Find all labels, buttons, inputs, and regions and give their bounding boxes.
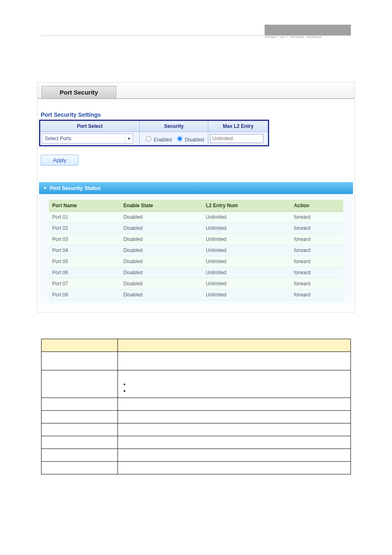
desc-object: Security (42, 370, 118, 398)
status-panel-header[interactable]: ▼ Port Security Status (39, 182, 353, 194)
status-col-action: Action (291, 200, 343, 212)
status-col-enable-state: Enable State (120, 200, 203, 212)
desc-object: Apply button (42, 462, 118, 474)
table-cell: Port 03 (49, 234, 120, 245)
table-row: ActionDisplay current action state of ea… (42, 449, 351, 462)
desc-object: Port Name (42, 411, 118, 423)
table-row: Port 05DisabledUnlimitedforward (49, 256, 343, 267)
table-cell: Unlimited (203, 245, 291, 256)
page-number: 91 (0, 544, 392, 551)
chevron-down-icon: ▾ (125, 134, 133, 143)
desc-description: Display current action state of each por… (118, 449, 351, 462)
table-cell: forward (291, 234, 343, 245)
desc-description: Press this button to take effect. (118, 462, 351, 474)
table-row: Port 02DisabledUnlimitedforward (49, 223, 343, 234)
desc-col-object: Object (42, 339, 118, 352)
port-select-dropdown[interactable]: Select Ports ▾ (42, 134, 133, 143)
radio-disabled[interactable] (177, 136, 182, 141)
desc-object: L2 Entry Num (42, 436, 118, 449)
table-row: Apply buttonPress this button to take ef… (42, 462, 351, 474)
table-row: Port NameDisplay the Port name. (42, 411, 351, 423)
table-row: Port 07DisabledUnlimitedforward (49, 278, 343, 289)
table-row: Port 06DisabledUnlimitedforward (49, 267, 343, 278)
header-underline (41, 35, 351, 36)
col-max-l2: Max L2 Entry (208, 120, 269, 132)
table-cell: Port 04 (49, 245, 120, 256)
col-port-select: Port Select (40, 120, 140, 132)
table-row: L2 Entry NumDisplay current maximum L2 e… (42, 436, 351, 449)
desc-description: Input the maximum L2 entry value; the av… (118, 398, 351, 411)
settings-title: Port Security Settings (41, 111, 353, 118)
table-cell: Port 06 (49, 267, 120, 278)
page-header: User's Manual of GSD-802PS / GSD-802S (0, 0, 392, 37)
desc-description: Display current maximum L2 entry value o… (118, 436, 351, 449)
status-table: Port Name Enable State L2 Entry Num Acti… (49, 200, 343, 301)
tab-port-security[interactable]: Port Security (42, 86, 116, 98)
table-row: Port 04DisabledUnlimitedforward (49, 245, 343, 256)
status-col-l2-entry: L2 Entry Num (203, 200, 291, 212)
table-cell: Disabled (120, 212, 203, 223)
intro-text: This page allows you to configure the Po… (41, 53, 351, 78)
col-security: Security (140, 120, 208, 132)
table-cell: forward (291, 289, 343, 301)
table-cell: Disabled (120, 289, 203, 301)
table-cell: Disabled (120, 278, 203, 289)
table-cell: Disabled (120, 234, 203, 245)
radio-enabled-label[interactable]: Enabled (144, 137, 173, 143)
desc-object: Max L2 Entry (42, 398, 118, 411)
table-cell: forward (291, 223, 343, 234)
caret-down-icon: ▼ (43, 186, 47, 190)
manual-title: User's Manual of GSD-802PS / GSD-802S (265, 25, 332, 39)
manual-title-stripe: User's Manual of GSD-802PS / GSD-802S (265, 25, 351, 35)
dropdown-text: Select Ports (42, 136, 125, 141)
table-cell: forward (291, 212, 343, 223)
radio-enabled[interactable] (146, 136, 151, 141)
table-cell: Unlimited (203, 289, 291, 301)
tab-strip: Port Security (37, 83, 355, 99)
desc-object: Port Select (42, 352, 118, 370)
figure-port-security: Port Security Port Security Settings Por… (37, 82, 355, 312)
settings-table: Port Select Security Max L2 Entry Select… (39, 120, 269, 146)
table-cell: forward (291, 256, 343, 267)
table-cell: Unlimited (203, 267, 291, 278)
table-cell: Port 08 (49, 289, 120, 301)
max-l2-input[interactable] (210, 134, 263, 143)
table-cell: Port 07 (49, 278, 120, 289)
desc-object: Action (42, 449, 118, 462)
status-panel: ▼ Port Security Status Port Name Enable … (39, 182, 353, 304)
desc-description: Press "Select Port" drop-down menu to se… (118, 352, 351, 370)
desc-object: Enable State (42, 423, 118, 436)
table-row: Port SelectPress "Select Port" drop-down… (42, 352, 351, 370)
status-col-port-name: Port Name (49, 200, 120, 212)
desc-description: Press "Enabled" or "Disabled" to enable … (118, 370, 351, 398)
table-cell: Unlimited (203, 256, 291, 267)
status-panel-title: Port Security Status (50, 185, 101, 191)
radio-enabled-text: Enabled (154, 137, 172, 143)
table-cell: Unlimited (203, 278, 291, 289)
table-cell: Port 02 (49, 223, 120, 234)
table-cell: Port 05 (49, 256, 120, 267)
table-cell: Disabled (120, 256, 203, 267)
radio-disabled-text: Disabled (185, 137, 204, 143)
table-row: Enable StateDisplay current port state o… (42, 423, 351, 436)
table-cell: Disabled (120, 223, 203, 234)
description-table: Object Description Port SelectPress "Sel… (41, 339, 351, 474)
figure-caption: Figure 4-52 Port Security Setting Web Pa… (0, 317, 392, 323)
table-cell: Unlimited (203, 223, 291, 234)
table-cell: Port 01 (49, 212, 120, 223)
desc-description: Display current port state of each port. (118, 423, 351, 436)
table-cell: Disabled (120, 267, 203, 278)
table-row: Port 08DisabledUnlimitedforward (49, 289, 343, 301)
table-row: SecurityPress "Enabled" or "Disabled" to… (42, 370, 351, 398)
table-cell: Disabled (120, 245, 203, 256)
radio-disabled-label[interactable]: Disabled (175, 137, 204, 143)
table-cell: forward (291, 245, 343, 256)
table-cell: Unlimited (203, 212, 291, 223)
desc-description: Display the Port name. (118, 411, 351, 423)
apply-button[interactable]: Apply (41, 155, 78, 166)
desc-intro: The page includes the following fields: (41, 329, 351, 336)
table-row: Port 01DisabledUnlimitedforward (49, 212, 343, 223)
description-table-body: Port SelectPress "Select Port" drop-down… (42, 352, 351, 474)
table-cell: Unlimited (203, 234, 291, 245)
table-row: Port 03DisabledUnlimitedforward (49, 234, 343, 245)
